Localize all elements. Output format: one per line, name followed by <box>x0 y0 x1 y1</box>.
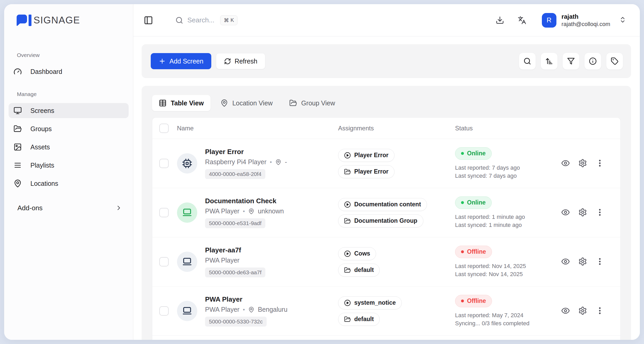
table-row: Player Error Raspberry Pi4 Player • - 40… <box>152 139 620 188</box>
playlist-pill[interactable]: Player Error <box>338 149 395 162</box>
preview-button[interactable] <box>561 159 570 168</box>
map-pin-icon <box>248 307 254 313</box>
last-synced: Last synced: 1 minute ago <box>455 221 545 229</box>
ellipsis-vertical-icon <box>595 159 604 168</box>
last-synced: Last synced: Nov 14, 2025 <box>455 270 545 278</box>
playlist-pill[interactable]: system_notice <box>338 296 402 309</box>
sidebar-toggle-button[interactable] <box>144 16 153 25</box>
main-area: Search... ⌘ K R rajath rajath@colloqi.co… <box>133 4 640 340</box>
row-menu-button[interactable] <box>595 159 604 168</box>
table-icon <box>159 99 167 107</box>
row-checkbox[interactable] <box>159 306 169 316</box>
group-name: Player Error <box>354 168 389 175</box>
tab-label: Table View <box>171 99 204 107</box>
tab-label: Location View <box>232 99 273 107</box>
sidebar-item-addons[interactable]: Add-ons <box>9 200 129 215</box>
refresh-label: Refresh <box>235 58 258 65</box>
row-menu-button[interactable] <box>595 208 604 218</box>
device-icon-badge <box>177 153 197 174</box>
last-synced: Syncing... 0/3 files completed <box>455 319 545 327</box>
top-bar: Search... ⌘ K R rajath rajath@colloqi.co… <box>133 4 640 36</box>
sort-ascending-icon <box>545 57 553 65</box>
preview-button[interactable] <box>561 257 570 267</box>
add-screen-button[interactable]: Add Screen <box>151 53 211 69</box>
tag-button[interactable] <box>606 53 623 70</box>
tab-label: Group View <box>301 99 335 107</box>
settings-button[interactable] <box>578 306 587 316</box>
settings-button[interactable] <box>578 208 587 218</box>
sidebar-item-assets[interactable]: Assets <box>9 139 129 155</box>
folder-open-icon <box>14 125 22 133</box>
group-pill[interactable]: default <box>338 264 380 277</box>
sidebar-section-manage: Manage <box>17 91 129 97</box>
group-name: default <box>354 316 374 323</box>
search-icon <box>523 57 531 65</box>
tab-location-view[interactable]: Location View <box>214 95 279 111</box>
last-reported: Last reported: Nov 14, 2025 <box>455 262 545 270</box>
image-icon <box>14 143 22 151</box>
gear-icon <box>578 159 587 168</box>
preview-button[interactable] <box>561 306 570 316</box>
sidebar-section-overview: Overview <box>17 52 129 58</box>
status-label: Offline <box>467 248 486 255</box>
settings-button[interactable] <box>578 257 587 267</box>
column-status: Status <box>455 125 620 132</box>
ellipsis-vertical-icon <box>595 257 604 266</box>
sidebar-item-screens[interactable]: Screens <box>9 103 129 118</box>
search-placeholder: Search... <box>187 16 214 24</box>
menu-lines-icon <box>14 161 22 169</box>
search-input[interactable]: Search... ⌘ K <box>175 15 238 25</box>
laptop-icon <box>182 257 192 267</box>
user-menu[interactable]: R rajath rajath@colloqi.com <box>542 13 626 28</box>
group-pill[interactable]: default <box>338 313 380 326</box>
status-badge: Offline <box>455 295 492 307</box>
table-search-button[interactable] <box>519 53 536 70</box>
info-button[interactable] <box>584 53 601 70</box>
chevrons-up-down-icon <box>619 16 626 23</box>
playlist-pill[interactable]: Documentation content <box>338 198 427 211</box>
sort-button[interactable] <box>541 53 558 70</box>
screen-location: unknown <box>258 207 284 215</box>
tab-table-view[interactable]: Table View <box>152 95 211 111</box>
playlist-pill[interactable]: Cows <box>338 247 376 260</box>
addons-label: Add-ons <box>17 204 43 212</box>
shortcut-letter: K <box>231 17 234 23</box>
table-row: Documentation Check PWA Player • unknown… <box>152 188 620 237</box>
laptop-icon <box>182 207 192 218</box>
filter-button[interactable] <box>562 53 580 70</box>
row-menu-button[interactable] <box>595 257 604 267</box>
panel-left-icon <box>144 16 153 25</box>
chevron-right-icon <box>115 204 122 212</box>
group-pill[interactable]: Player Error <box>338 165 395 178</box>
row-checkbox[interactable] <box>159 257 169 266</box>
user-email: rajath@colloqi.com <box>562 21 610 28</box>
row-checkbox[interactable] <box>159 208 169 217</box>
gauge-icon <box>14 67 22 76</box>
row-menu-button[interactable] <box>595 306 604 316</box>
cpu-icon <box>182 158 192 169</box>
dot-separator: • <box>243 208 245 215</box>
sidebar-item-dashboard[interactable]: Dashboard <box>9 64 129 79</box>
group-pill[interactable]: Documentation Group <box>338 214 423 227</box>
group-name: Documentation Group <box>354 217 417 224</box>
select-all-checkbox[interactable] <box>159 124 169 133</box>
language-button[interactable] <box>518 16 526 24</box>
circle-play-icon <box>344 300 351 306</box>
last-reported: Last reported: 7 days ago <box>455 164 545 172</box>
eye-icon <box>561 257 570 266</box>
sidebar-item-locations[interactable]: Locations <box>9 176 129 191</box>
eye-icon <box>561 208 570 217</box>
refresh-icon <box>224 58 231 65</box>
circle-play-icon <box>344 201 351 208</box>
folder-open-icon <box>344 267 351 273</box>
refresh-button[interactable]: Refresh <box>216 53 266 69</box>
sidebar-item-playlists[interactable]: Playlists <box>9 158 129 173</box>
screen-name: Documentation Check <box>205 197 338 205</box>
folder-open-icon <box>344 316 351 323</box>
sidebar-item-groups[interactable]: Groups <box>9 121 129 136</box>
download-button[interactable] <box>496 16 504 24</box>
tab-group-view[interactable]: Group View <box>282 95 342 111</box>
preview-button[interactable] <box>561 208 570 218</box>
row-checkbox[interactable] <box>159 159 169 168</box>
settings-button[interactable] <box>578 159 587 168</box>
